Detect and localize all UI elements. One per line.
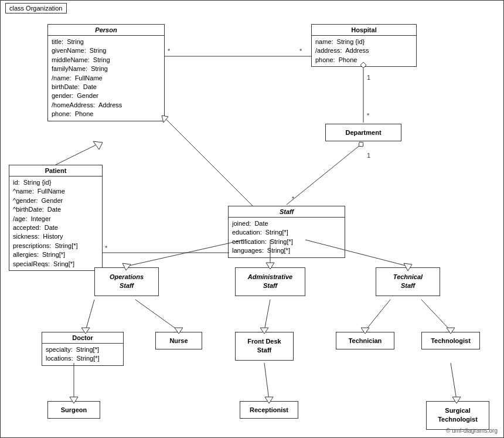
surgeon-title: Surgeon — [48, 402, 100, 418]
doctor-box: Doctor specialty:String[*] locations:Str… — [42, 332, 124, 366]
svg-marker-14 — [93, 141, 103, 150]
nurse-box: Nurse — [155, 332, 202, 349]
doctor-title: Doctor — [42, 332, 123, 344]
svg-text:1: 1 — [367, 152, 370, 159]
svg-line-13 — [56, 144, 97, 165]
hospital-title: Hospital — [312, 25, 416, 36]
technical-staff-box: TechnicalStaff — [376, 267, 440, 296]
svg-line-39 — [451, 363, 457, 400]
person-title: Person — [48, 25, 164, 36]
svg-line-25 — [86, 300, 94, 331]
person-box: Person title:String givenName:String mid… — [47, 24, 165, 121]
administrative-staff-title: AdministrativeStaff — [236, 268, 305, 296]
diagram-container: class Organization Person title:String g… — [0, 0, 504, 438]
technician-title: Technician — [336, 332, 394, 349]
receptionist-box: Receptionist — [240, 401, 298, 419]
department-title: Department — [326, 124, 401, 141]
technician-box: Technician — [336, 332, 394, 349]
receptionist-title: Receptionist — [240, 402, 298, 418]
svg-line-27 — [135, 300, 179, 331]
front-desk-staff-title: Front DeskStaff — [236, 332, 293, 360]
svg-text:1: 1 — [367, 74, 370, 81]
staff-attrs: joined:Date education:String[*] certific… — [229, 218, 345, 257]
department-box: Department — [325, 124, 401, 141]
hospital-attrs: name:String {id} /address:Address phone:… — [312, 36, 416, 66]
staff-title: Staff — [229, 206, 345, 218]
svg-text:*: * — [292, 195, 295, 202]
svg-line-10 — [287, 142, 363, 205]
operations-staff-title: OperationsStaff — [95, 268, 158, 296]
svg-text:*: * — [168, 47, 171, 55]
operations-staff-box: OperationsStaff — [94, 267, 159, 296]
patient-attrs: id:String {id} ^name:FullName ^gender:Ge… — [9, 176, 102, 270]
diagram-title: class Organization — [5, 3, 67, 13]
surgical-technologist-title: SurgicalTechnologist — [427, 402, 489, 429]
svg-line-37 — [264, 363, 269, 400]
nurse-title: Nurse — [156, 332, 202, 349]
front-desk-staff-box: Front DeskStaff — [235, 332, 294, 361]
doctor-attrs: specialty:String[*] locations:String[*] — [42, 344, 123, 365]
technologist-box: Technologist — [421, 332, 480, 349]
patient-title: Patient — [9, 165, 102, 176]
surgical-technologist-box: SurgicalTechnologist — [426, 401, 489, 430]
surgeon-box: Surgeon — [47, 401, 100, 419]
patient-box: Patient id:String {id} ^name:FullName ^g… — [9, 165, 103, 271]
technical-staff-title: TechnicalStaff — [376, 268, 440, 296]
svg-line-29 — [264, 300, 270, 331]
svg-line-33 — [421, 300, 451, 331]
administrative-staff-box: AdministrativeStaff — [235, 267, 305, 296]
svg-line-15 — [165, 118, 253, 206]
svg-text:*: * — [105, 245, 108, 252]
person-attrs: title:String givenName:String middleName… — [48, 36, 164, 121]
svg-text:*: * — [299, 47, 302, 55]
svg-line-31 — [365, 300, 390, 331]
copyright: © uml-diagrams.org — [446, 427, 498, 434]
svg-text:*: * — [367, 112, 370, 119]
technologist-title: Technologist — [422, 332, 479, 349]
hospital-box: Hospital name:String {id} /address:Addre… — [311, 24, 417, 67]
svg-line-19 — [127, 240, 244, 266]
staff-box: Staff joined:Date education:String[*] ce… — [228, 206, 345, 258]
